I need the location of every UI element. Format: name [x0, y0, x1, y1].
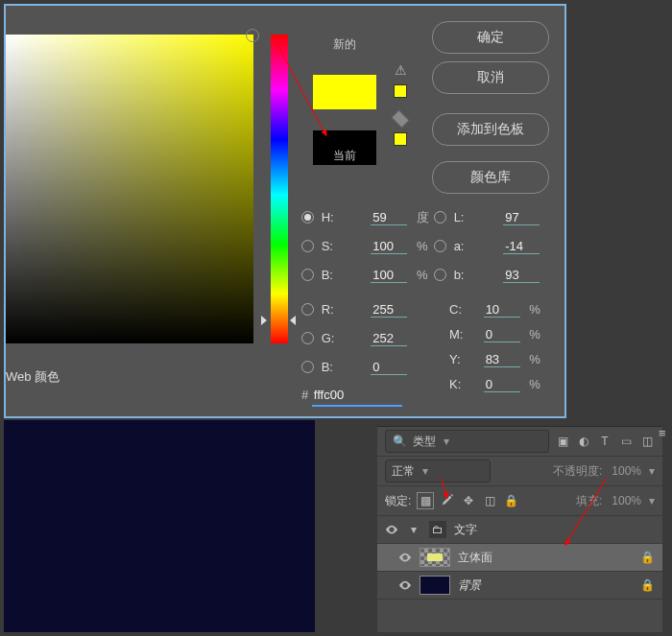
visibility-eye-icon[interactable] [398, 551, 412, 564]
cancel-button[interactable]: 取消 [432, 61, 549, 94]
layer-name[interactable]: 背景 [458, 577, 633, 594]
field-m: M: 0 % [449, 324, 540, 345]
lock-paint-icon[interactable] [440, 493, 455, 508]
layers-lock-row: 锁定: ▩ ✥ ◫ 🔒 填充: 100% ▾ [377, 486, 662, 516]
unit-c: % [529, 302, 540, 317]
new-color-swatch[interactable] [313, 75, 376, 109]
folder-icon: 🗀 [429, 521, 446, 538]
websafe-swatch[interactable] [394, 132, 407, 146]
field-c: C: 10 % [449, 299, 540, 320]
layers-panel: 🔍 类型 ▾ ▣ ◐ T ▭ ◫ 正常 ▾ 不透明度: 100% ▾ 锁定: ▩ [377, 426, 662, 632]
saturation-brightness-field[interactable] [6, 35, 253, 343]
panel-menu-icon[interactable]: ≡ [659, 426, 666, 439]
search-icon: 🔍 [392, 434, 407, 449]
input-y[interactable]: 83 [484, 349, 520, 367]
layer-row[interactable]: ▾🗀文字 [377, 516, 662, 544]
chevron-down-icon[interactable]: ▾ [649, 494, 655, 507]
label-l: L: [454, 207, 500, 228]
field-s: S: 100 % [301, 236, 427, 257]
input-bc[interactable]: 0 [371, 357, 407, 375]
new-label: 新的 [313, 36, 376, 53]
input-bv[interactable]: 100 [371, 265, 407, 283]
color-library-button[interactable]: 颜色库 [432, 161, 549, 194]
lock-icon[interactable]: 🔒 [640, 578, 655, 592]
filter-shape-icon[interactable]: ▭ [618, 434, 634, 449]
layer-thumbnail[interactable] [420, 548, 450, 567]
label-b: b: [454, 265, 500, 286]
layer-row[interactable]: 立体面🔒 [377, 544, 662, 572]
current-label: 当前 [313, 148, 376, 164]
filter-smart-icon[interactable]: ◫ [639, 434, 655, 449]
input-b[interactable]: 93 [503, 265, 540, 283]
label-k: K: [449, 374, 480, 395]
unit-k: % [529, 377, 540, 391]
add-swatch-button[interactable]: 添加到色板 [432, 113, 549, 146]
layer-row[interactable]: 背景🔒 [377, 572, 662, 600]
input-l[interactable]: 97 [503, 207, 540, 225]
lock-transparency-icon[interactable]: ▩ [417, 492, 434, 509]
gamut-warning-icon[interactable]: ⚠ [392, 61, 409, 79]
visibility-eye-icon[interactable] [398, 578, 412, 592]
color-cursor[interactable] [246, 29, 259, 42]
layers-blend-row: 正常 ▾ 不透明度: 100% ▾ [377, 457, 662, 486]
input-s[interactable]: 100 [371, 236, 407, 254]
input-k[interactable]: 0 [484, 374, 520, 392]
layer-name[interactable]: 文字 [454, 522, 655, 538]
lock-label: 锁定: [385, 493, 411, 509]
ok-button[interactable]: 确定 [432, 21, 549, 54]
label-h: H: [322, 207, 368, 228]
field-l: L: 97 [434, 207, 540, 228]
unit-m: % [529, 327, 540, 342]
lock-artboard-icon[interactable]: ◫ [482, 493, 497, 508]
radio-a[interactable] [434, 240, 446, 252]
document-canvas[interactable] [4, 420, 315, 636]
color-preview: 新的 当前 [313, 54, 376, 165]
hue-indicator-right [290, 316, 296, 325]
chevron-down-icon[interactable]: ▾ [406, 522, 421, 537]
input-r[interactable]: 255 [371, 299, 407, 318]
hue-slider[interactable] [271, 35, 288, 343]
opacity-value[interactable]: 100% [612, 464, 641, 478]
unit-s: % [417, 239, 428, 253]
field-bc: B: 0 [301, 357, 407, 378]
filter-adjust-icon[interactable]: ◐ [576, 434, 591, 449]
radio-bc[interactable] [301, 361, 314, 373]
label-c: C: [449, 299, 480, 320]
chevron-down-icon: ▾ [444, 435, 449, 448]
label-y: Y: [449, 349, 480, 370]
input-c[interactable]: 10 [484, 299, 520, 318]
fill-value[interactable]: 100% [612, 494, 641, 507]
web-colors-checkbox-label[interactable]: Web 颜色 [6, 368, 60, 386]
layer-name[interactable]: 立体面 [458, 550, 633, 566]
input-hex[interactable]: fffc00 [312, 388, 402, 407]
unit-y: % [529, 352, 540, 366]
lock-icon[interactable]: 🔒 [640, 551, 655, 564]
filter-image-icon[interactable]: ▣ [555, 434, 570, 449]
input-h[interactable]: 59 [371, 207, 407, 225]
hue-indicator-left [261, 316, 267, 325]
filter-text-icon[interactable]: T [597, 434, 612, 449]
radio-s[interactable] [301, 240, 314, 252]
input-m[interactable]: 0 [484, 324, 520, 342]
layer-kind-select[interactable]: 🔍 类型 ▾ [385, 430, 549, 453]
lock-all-icon[interactable]: 🔒 [503, 493, 518, 508]
radio-bv[interactable] [301, 269, 314, 281]
field-g: G: 252 [301, 328, 407, 349]
radio-r[interactable] [301, 303, 314, 316]
field-hex: # fffc00 [301, 388, 402, 407]
visibility-eye-icon[interactable] [385, 523, 398, 536]
input-g[interactable]: 252 [371, 328, 407, 346]
radio-b[interactable] [434, 269, 446, 281]
unit-bv: % [417, 268, 428, 282]
layer-thumbnail[interactable] [420, 576, 450, 595]
radio-l[interactable] [434, 211, 446, 224]
lock-position-icon[interactable]: ✥ [461, 493, 476, 508]
chevron-down-icon[interactable]: ▾ [649, 464, 655, 478]
input-a[interactable]: -14 [503, 236, 540, 254]
radio-g[interactable] [301, 332, 314, 344]
cube-icon[interactable] [391, 109, 409, 128]
field-a: a: -14 [434, 236, 540, 257]
gamut-swatch[interactable] [394, 84, 407, 98]
radio-h[interactable] [301, 211, 314, 224]
blend-mode-select[interactable]: 正常 ▾ [385, 459, 491, 483]
